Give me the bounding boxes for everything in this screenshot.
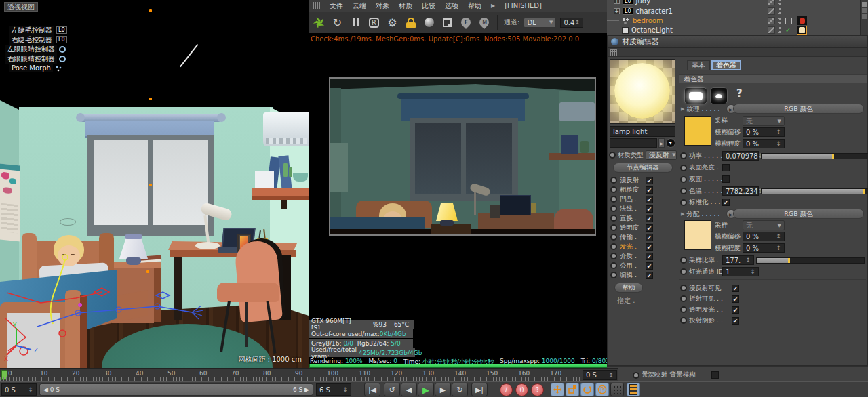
object-row-octanelight[interactable]: OctaneLight: [607, 26, 868, 35]
anim-dot-icon[interactable]: [680, 165, 687, 171]
controller-right-eyelash[interactable]: 右睫毛控制器L0: [9, 35, 67, 44]
material-picker-icon[interactable]: M: [477, 16, 491, 30]
record-keyframe-button[interactable]: /: [500, 383, 513, 396]
material-preview[interactable]: [610, 59, 675, 124]
anim-dot-icon[interactable]: [680, 188, 687, 194]
anim-dot-icon[interactable]: [610, 262, 617, 269]
material-channel-row[interactable]: 透明度: [610, 223, 678, 232]
light-pass-field[interactable]: 1↕: [722, 267, 759, 276]
expand-icon[interactable]: +: [614, 0, 620, 4]
reset-icon[interactable]: R: [367, 16, 381, 30]
color-temp-field[interactable]: 7782.234↕: [722, 186, 759, 196]
visibility-dots-icon[interactable]: [778, 17, 781, 24]
visibility-row[interactable]: 折射可见 . .: [680, 293, 863, 304]
blur-offset-field[interactable]: 0 %↕: [743, 232, 785, 241]
visibility-dots-icon[interactable]: [778, 7, 781, 15]
channel-checkbox[interactable]: [646, 196, 653, 203]
key-position-button[interactable]: [551, 383, 564, 396]
visibility-checkbox[interactable]: [732, 285, 739, 292]
focus-picker-icon[interactable]: F: [458, 16, 473, 30]
menu-item[interactable]: 比较: [422, 1, 435, 11]
anim-dot-icon[interactable]: [633, 372, 639, 379]
channel-checkbox[interactable]: [646, 253, 653, 260]
dope-sheet-button[interactable]: [627, 383, 640, 396]
visibility-checkbox[interactable]: [732, 295, 739, 303]
render-region-icon[interactable]: [440, 16, 454, 30]
visibility-dots-icon[interactable]: [778, 26, 781, 34]
channel-checkbox[interactable]: [646, 215, 653, 222]
tab-shader[interactable]: 着色器: [711, 60, 741, 70]
gamma-field[interactable]: 0.4↕: [560, 18, 583, 28]
target-expression-icon[interactable]: [785, 18, 792, 24]
shader-preview-button-1[interactable]: [684, 87, 707, 104]
channel-checkbox[interactable]: [646, 177, 653, 184]
anim-dot-icon[interactable]: [680, 285, 687, 291]
channel-checkbox[interactable]: [646, 262, 653, 270]
layer-icon[interactable]: [768, 7, 775, 15]
play-button[interactable]: ▶: [418, 383, 434, 396]
sampling-rate-slider[interactable]: [756, 257, 865, 264]
next-key-button[interactable]: ↻: [452, 383, 468, 396]
controller-pose-morph[interactable]: Pose Morph: [9, 64, 62, 72]
pick-material-icon[interactable]: ➤: [666, 138, 675, 148]
anim-dot-icon[interactable]: [680, 268, 687, 275]
visibility-checkbox[interactable]: [732, 317, 739, 325]
timeline-scrollbar[interactable]: ◀ 0 S 6 S ▶: [39, 383, 313, 396]
anim-dot-icon[interactable]: [610, 243, 617, 250]
double-sided-checkbox[interactable]: [722, 175, 730, 183]
pause-render-icon[interactable]: [349, 16, 363, 30]
sampling-rate-field[interactable]: 177.↕: [722, 255, 754, 265]
visibility-row[interactable]: 漫反射可见: [680, 283, 863, 293]
material-channel-row[interactable]: 法线 .: [610, 204, 678, 213]
material-name-field[interactable]: lamp light: [610, 126, 675, 137]
channel-checkbox[interactable]: [646, 272, 653, 279]
anim-dot-icon[interactable]: [610, 215, 617, 222]
material-channel-row[interactable]: 置换 .: [610, 213, 678, 223]
power-field[interactable]: 0.070978↕: [722, 151, 759, 161]
anim-dot-icon[interactable]: [680, 295, 687, 302]
layer-icon[interactable]: [768, 26, 775, 34]
anim-dot-icon[interactable]: [610, 177, 617, 184]
layer-icon[interactable]: [768, 0, 775, 5]
timeline-end-field[interactable]: 6 S↕: [316, 383, 351, 396]
menu-item[interactable]: 文件: [330, 1, 343, 11]
settings-gear-icon[interactable]: ⚙: [385, 16, 399, 30]
material-channel-row[interactable]: 发光 .: [610, 242, 678, 251]
anim-dot-icon[interactable]: [680, 306, 687, 313]
tab-basic[interactable]: 基本: [687, 60, 710, 70]
help-question-mark[interactable]: ?: [736, 87, 743, 100]
material-channel-row[interactable]: 粗糙度: [610, 185, 678, 194]
anim-dot-icon[interactable]: [610, 205, 617, 212]
prev-key-button[interactable]: ↺: [384, 383, 400, 396]
channel-checkbox[interactable]: [646, 186, 653, 194]
blur-amount-field[interactable]: 0 %↕: [743, 139, 785, 148]
shader-preview-button-2[interactable]: [710, 87, 728, 104]
power-slider[interactable]: [761, 153, 868, 159]
keying-options-button[interactable]: [610, 383, 624, 396]
controller-left-eye[interactable]: 左眼眼睛控制器: [5, 45, 66, 54]
anim-dot-icon[interactable]: [680, 176, 687, 183]
blur-amount-field[interactable]: 0 %↕: [743, 243, 785, 253]
menu-item[interactable]: 云端: [353, 1, 366, 11]
visibility-row[interactable]: 投射阴影 . .: [680, 315, 863, 326]
restart-render-icon[interactable]: ↻: [330, 16, 344, 30]
fold-arrow-icon[interactable]: ▶: [681, 211, 684, 217]
anim-dot-icon[interactable]: [610, 253, 617, 259]
anim-dot-icon[interactable]: [609, 152, 616, 159]
menu-item[interactable]: 材质: [399, 1, 412, 11]
color-temp-slider[interactable]: [761, 188, 868, 194]
layer-field[interactable]: [610, 138, 657, 148]
visibility-checkbox[interactable]: [732, 306, 739, 314]
octane-logo-icon[interactable]: [312, 16, 326, 30]
key-rotation-button[interactable]: [580, 383, 594, 396]
anim-dot-icon[interactable]: [610, 234, 617, 241]
blur-offset-field[interactable]: 0 %↕: [743, 127, 785, 137]
material-channel-row[interactable]: 介质 .: [610, 251, 678, 261]
visibility-dots-icon[interactable]: [778, 0, 781, 5]
node-editor-button[interactable]: 节点编辑器: [613, 163, 673, 173]
viewport-label[interactable]: 透视视图: [4, 2, 38, 12]
controller-left-eyelash[interactable]: 左睫毛控制器L0: [9, 26, 67, 35]
channel-checkbox[interactable]: [646, 224, 653, 232]
material-channel-row[interactable]: 凹凸 .: [610, 194, 678, 204]
next-frame-button[interactable]: ▶: [435, 383, 451, 396]
